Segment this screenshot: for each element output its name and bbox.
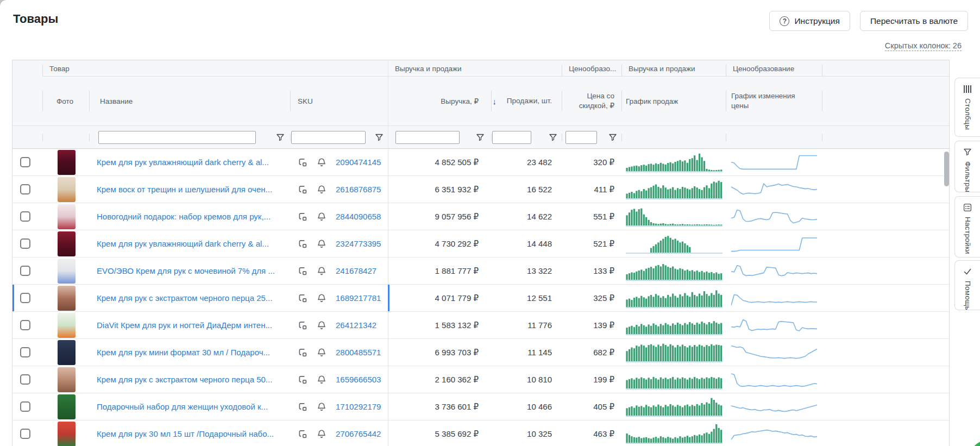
sales-sparkline	[626, 179, 723, 200]
column-header-sales[interactable]: ↓ Продажи, шт.	[491, 77, 562, 125]
product-name-link[interactable]: EVO/ЭВО Крем для рук с мочевиной 7% для …	[89, 266, 275, 275]
product-image[interactable]	[58, 422, 76, 446]
notification-bell-icon[interactable]	[317, 429, 327, 439]
linked-products-icon[interactable]	[298, 266, 308, 276]
row-checkbox[interactable]	[20, 238, 30, 249]
row-checkbox[interactable]	[20, 374, 30, 385]
filter-input-price[interactable]	[566, 131, 597, 144]
product-name-link[interactable]: Крем для рук увлажняющий dark cherry & a…	[89, 239, 269, 248]
row-checkbox[interactable]	[20, 429, 30, 439]
product-image[interactable]	[58, 177, 76, 202]
product-image[interactable]	[58, 231, 76, 256]
product-name-link[interactable]: DiaVit Крем для рук и ногтей ДиаДерм инт…	[89, 321, 272, 330]
row-checkbox[interactable]	[20, 266, 30, 276]
sku-link[interactable]: 1659666503	[336, 375, 381, 384]
row-checkbox[interactable]	[20, 347, 30, 357]
notification-bell-icon[interactable]	[317, 184, 327, 194]
filter-input-name[interactable]	[98, 131, 256, 144]
tab-help[interactable]: Помощь	[954, 260, 980, 310]
notification-bell-icon[interactable]	[317, 374, 327, 385]
notification-bell-icon[interactable]	[317, 211, 327, 222]
chat-fab-button[interactable]	[970, 440, 980, 446]
linked-products-icon[interactable]	[298, 429, 308, 439]
product-name-link[interactable]: Крем воск от трещин и шелушений для очен…	[89, 185, 272, 194]
linked-products-icon[interactable]	[298, 184, 308, 194]
notification-bell-icon[interactable]	[317, 320, 327, 330]
product-image[interactable]	[58, 367, 76, 392]
filter-funnel-icon[interactable]	[549, 133, 557, 142]
frozen-columns-divider	[388, 60, 388, 446]
linked-products-icon[interactable]	[298, 320, 308, 330]
sort-desc-icon[interactable]: ↓	[493, 97, 497, 106]
column-header-photo[interactable]: Фото	[42, 77, 89, 125]
vertical-scrollbar-thumb[interactable]	[944, 152, 949, 186]
notification-bell-icon[interactable]	[317, 401, 327, 412]
column-header-sales-chart[interactable]: График продаж	[621, 77, 726, 125]
linked-products-icon[interactable]	[298, 157, 308, 167]
product-image[interactable]	[58, 340, 76, 365]
product-image[interactable]	[58, 394, 76, 419]
column-header-price[interactable]: Цена со скидкой, ₽	[562, 77, 621, 125]
notification-bell-icon[interactable]	[317, 238, 327, 249]
divider	[822, 134, 822, 141]
column-header-price-chart[interactable]: График изменения цены	[726, 77, 822, 125]
sku-link[interactable]: 2090474145	[336, 158, 381, 167]
sku-link[interactable]: 2324773395	[336, 239, 381, 248]
product-name-link[interactable]: Крем для рук увлажняющий dark cherry & a…	[89, 158, 269, 167]
column-header-name[interactable]: Название	[89, 77, 290, 125]
filter-funnel-icon[interactable]	[608, 133, 617, 142]
product-image[interactable]	[58, 259, 76, 284]
filter-input-sku[interactable]	[291, 131, 366, 144]
linked-products-icon[interactable]	[298, 211, 308, 222]
product-image[interactable]	[58, 286, 76, 311]
revenue-value: 1 583 132 ₽	[388, 312, 491, 338]
column-header-revenue[interactable]: Выручка, ₽	[388, 77, 491, 125]
product-name-link[interactable]: Крем для рук мини формат 30 мл / Подароч…	[89, 348, 270, 357]
hidden-columns-link[interactable]: Скрытых колонок: 26	[885, 41, 962, 51]
notification-bell-icon[interactable]	[317, 266, 327, 276]
product-name-link[interactable]: Крем для рук 30 мл 15 шт /Подарочный наб…	[89, 429, 274, 438]
product-name-link[interactable]: Крем для рук с экстрактом черного перца …	[89, 375, 272, 384]
row-checkbox[interactable]	[20, 184, 30, 194]
linked-products-icon[interactable]	[298, 374, 308, 385]
notification-bell-icon[interactable]	[317, 293, 327, 303]
linked-products-icon[interactable]	[298, 238, 308, 249]
tab-filters[interactable]: Фильтры	[954, 141, 980, 192]
column-header-sku[interactable]: SKU	[290, 77, 388, 125]
sku-link[interactable]: 2616876875	[336, 185, 381, 194]
linked-products-icon[interactable]	[298, 347, 308, 357]
sku-link[interactable]: 2844090658	[336, 212, 381, 221]
product-name-link[interactable]: Новогодний подарок: набор кремов для рук…	[89, 212, 271, 221]
tab-columns[interactable]: Столбцы	[954, 78, 980, 137]
notification-bell-icon[interactable]	[317, 347, 327, 357]
sku-link[interactable]: 2800485571	[336, 348, 381, 357]
filter-input-sales[interactable]	[492, 131, 531, 144]
linked-products-icon[interactable]	[298, 401, 308, 412]
filter-input-revenue[interactable]	[395, 131, 460, 144]
row-checkbox[interactable]	[20, 157, 30, 167]
sku-link[interactable]: 264121342	[336, 321, 376, 330]
product-name-link[interactable]: Подарочный набор для женщин уходовой к..…	[89, 402, 268, 411]
sku-link[interactable]: 1689217781	[336, 293, 381, 303]
linked-products-icon[interactable]	[298, 293, 308, 303]
filter-funnel-icon[interactable]	[375, 133, 384, 142]
product-image[interactable]	[58, 204, 76, 229]
row-checkbox[interactable]	[20, 401, 30, 412]
sku-link[interactable]: 241678427	[336, 266, 376, 275]
instruction-button[interactable]: ? Инструкция	[769, 11, 850, 31]
product-name-link[interactable]: Крем для рук с экстрактом черного перца …	[89, 293, 272, 303]
filter-funnel-icon[interactable]	[476, 133, 485, 142]
notification-bell-icon[interactable]	[317, 157, 327, 167]
columns-icon	[963, 85, 972, 93]
sales-value: 13 322	[491, 257, 562, 284]
sku-link[interactable]: 2706765442	[336, 429, 381, 438]
row-checkbox[interactable]	[20, 320, 30, 330]
product-image[interactable]	[58, 313, 76, 338]
row-checkbox[interactable]	[20, 293, 30, 303]
product-image[interactable]	[58, 150, 76, 175]
row-checkbox[interactable]	[20, 211, 30, 222]
tab-settings[interactable]: Настройки	[954, 196, 980, 257]
recalculate-currency-button[interactable]: Пересчитать в валюте	[860, 11, 968, 31]
filter-funnel-icon[interactable]	[276, 133, 285, 142]
sku-link[interactable]: 1710292179	[336, 402, 381, 411]
